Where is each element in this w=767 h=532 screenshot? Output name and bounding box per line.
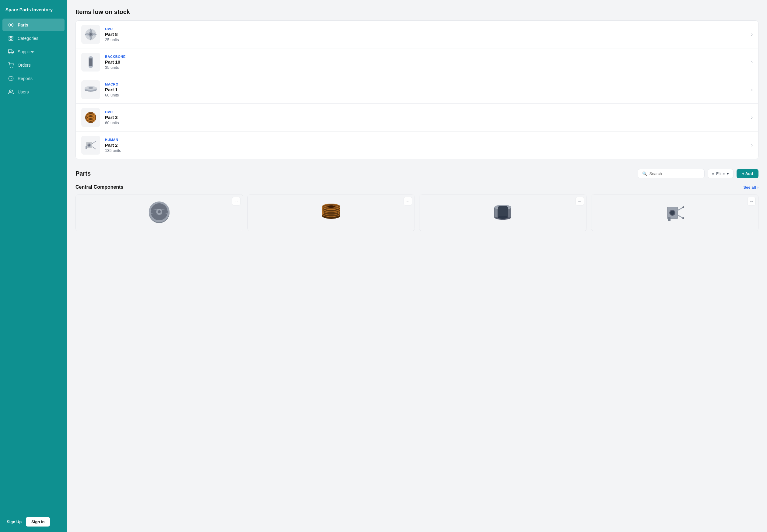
svg-rect-35 — [86, 146, 87, 149]
part8-image — [83, 27, 98, 42]
chevron-right-icon: › — [751, 115, 753, 120]
stock-info: HUMAN Part 2 135 units — [105, 138, 751, 153]
nav-users[interactable]: Users — [2, 86, 65, 98]
orders-icon — [8, 62, 14, 68]
nav-parts[interactable]: Parts — [2, 19, 65, 31]
svg-point-0 — [10, 24, 12, 26]
stock-info: BACKBONE Part 10 35 units — [105, 55, 751, 70]
part-card[interactable]: ··· — [591, 194, 759, 231]
stock-units: 135 units — [105, 148, 751, 153]
stock-item[interactable]: OVD Part 3 60 units › — [76, 104, 758, 131]
stock-units: 25 units — [105, 37, 751, 42]
svg-point-50 — [327, 205, 335, 208]
search-input[interactable] — [650, 171, 700, 176]
card-menu-button[interactable]: ··· — [747, 197, 756, 205]
parts-label: Parts — [18, 23, 28, 27]
stock-item[interactable]: MACRO Part 1 60 units › — [76, 76, 758, 104]
ring-part-image — [491, 201, 515, 225]
svg-point-61 — [670, 211, 674, 215]
nav-reports[interactable]: Reports — [2, 72, 65, 85]
low-stock-list: OVD Part 8 25 units › BACKBONE Part 10 3… — [75, 20, 758, 159]
coil-part-image — [319, 201, 343, 225]
reports-label: Reports — [18, 76, 33, 81]
stock-item[interactable]: HUMAN Part 2 135 units › — [76, 131, 758, 159]
nav-categories[interactable]: Categories — [2, 32, 65, 45]
add-button[interactable]: + Add — [737, 169, 758, 178]
reports-icon — [8, 75, 14, 82]
filter-button[interactable]: ≡ Filter ▾ — [708, 169, 734, 178]
svg-point-40 — [158, 210, 161, 213]
app-title: Spare Parts Inventory — [0, 0, 67, 18]
part3-image — [83, 110, 98, 125]
stock-units: 60 units — [105, 121, 751, 125]
nav-suppliers[interactable]: Suppliers — [2, 45, 65, 58]
suppliers-icon — [8, 49, 14, 55]
svg-rect-4 — [12, 39, 13, 40]
card-image: ··· — [591, 194, 758, 231]
stock-vendor: OVD — [105, 27, 751, 31]
part-thumbnail — [81, 53, 100, 72]
suppliers-label: Suppliers — [18, 49, 35, 54]
chevron-right-icon: › — [751, 32, 753, 37]
stock-name: Part 10 — [105, 59, 751, 65]
stock-item[interactable]: OVD Part 8 25 units › — [76, 21, 758, 48]
svg-point-11 — [9, 90, 11, 92]
part-thumbnail — [81, 25, 100, 44]
svg-rect-3 — [9, 39, 10, 40]
part-thumbnail — [81, 108, 100, 127]
svg-point-9 — [12, 67, 13, 68]
subsection-header: Central Components See all › — [75, 184, 758, 190]
stock-name: Part 8 — [105, 32, 751, 37]
svg-line-33 — [92, 141, 96, 144]
card-image: ··· — [419, 194, 587, 231]
signup-button[interactable]: Sign Up — [5, 517, 23, 527]
stock-info: OVD Part 8 25 units — [105, 27, 751, 42]
see-all-link[interactable]: See all › — [743, 185, 758, 190]
see-all-chevron-icon: › — [757, 185, 758, 190]
svg-point-17 — [89, 65, 93, 68]
part1-image — [83, 82, 98, 97]
stock-vendor: HUMAN — [105, 138, 751, 142]
chevron-right-icon: › — [751, 59, 753, 65]
categories-label: Categories — [18, 36, 38, 41]
card-menu-button[interactable]: ··· — [576, 197, 584, 205]
part-card[interactable]: ··· — [75, 194, 243, 231]
svg-point-22 — [88, 87, 93, 89]
stock-units: 35 units — [105, 65, 751, 70]
main-content: Items low on stock — [67, 0, 767, 532]
part10-image — [83, 54, 98, 70]
nav-orders[interactable]: Orders — [2, 59, 65, 72]
svg-point-6 — [9, 53, 10, 54]
svg-point-8 — [10, 67, 11, 68]
svg-rect-66 — [668, 217, 671, 221]
card-grid: ··· — [75, 194, 758, 231]
stock-info: MACRO Part 1 60 units — [105, 82, 751, 97]
svg-rect-18 — [89, 58, 92, 66]
stock-units: 60 units — [105, 93, 751, 97]
svg-line-63 — [678, 215, 683, 218]
card-menu-button[interactable]: ··· — [404, 197, 412, 205]
disc-part-image — [147, 201, 171, 225]
svg-point-7 — [12, 53, 13, 54]
svg-point-32 — [88, 144, 90, 146]
svg-point-14 — [89, 33, 92, 36]
signin-button[interactable]: Sign In — [26, 517, 50, 527]
chevron-right-icon: › — [751, 142, 753, 148]
part-thumbnail — [81, 136, 100, 155]
parts-actions: 🔍 ≡ Filter ▾ + Add — [638, 169, 758, 178]
stock-info: OVD Part 3 60 units — [105, 110, 751, 125]
part2-image — [83, 138, 98, 153]
search-box: 🔍 — [638, 169, 705, 178]
part-card[interactable]: ··· — [419, 194, 587, 231]
svg-rect-2 — [12, 36, 13, 38]
svg-line-34 — [92, 147, 96, 149]
svg-line-62 — [678, 207, 683, 210]
svg-point-64 — [682, 206, 684, 208]
stock-item[interactable]: BACKBONE Part 10 35 units › — [76, 48, 758, 76]
sidebar: Spare Parts Inventory Parts Categories S… — [0, 0, 67, 532]
stock-name: Part 1 — [105, 87, 751, 92]
categories-icon — [8, 35, 14, 41]
search-icon: 🔍 — [642, 171, 647, 176]
card-menu-button[interactable]: ··· — [232, 197, 240, 205]
part-card[interactable]: ··· — [247, 194, 415, 231]
